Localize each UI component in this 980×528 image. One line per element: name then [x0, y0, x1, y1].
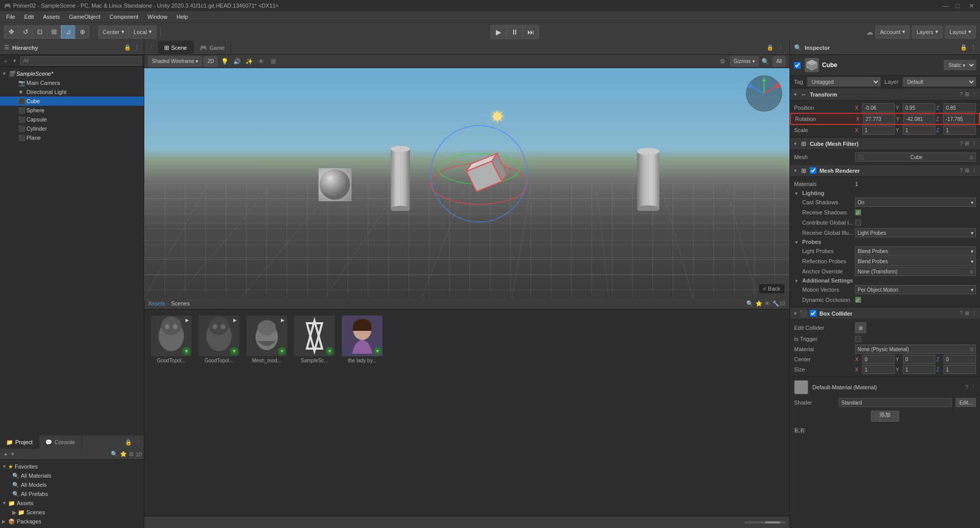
mesh-filter-help[interactable]: ?: [960, 140, 963, 147]
menu-file[interactable]: File: [2, 13, 19, 21]
menu-window[interactable]: Window: [143, 13, 171, 21]
asset-item-2[interactable]: ▶ + Mesh_mod...: [244, 314, 290, 512]
box-collider-help[interactable]: ?: [960, 310, 963, 317]
hierarchy-search[interactable]: [20, 56, 142, 66]
all-layers-dropdown[interactable]: All: [773, 56, 785, 67]
rot-z-field[interactable]: -17.785: [943, 114, 975, 123]
close-button[interactable]: ✕: [969, 2, 976, 9]
mesh-filter-menu[interactable]: ⋮: [971, 140, 977, 147]
mesh-value-field[interactable]: ⬛ Cube ⊙: [855, 152, 976, 162]
tool-transform[interactable]: ⊿: [61, 25, 75, 39]
rot-y-field[interactable]: -42.081: [903, 114, 935, 123]
bottom-left-lock[interactable]: 🔒: [123, 439, 134, 446]
hierarchy-item-sphere[interactable]: ⬛ Sphere: [0, 106, 144, 115]
scene-settings-icon[interactable]: ⚙: [718, 56, 728, 67]
anchor-override-value[interactable]: None (Transform) ⊙: [855, 267, 976, 276]
hierarchy-item-capsule[interactable]: ⬛ Capsule: [0, 115, 144, 124]
assets-folder[interactable]: ▼ 📁 Assets: [0, 499, 144, 508]
mesh-filter-settings[interactable]: ⊞: [965, 140, 969, 147]
motion-vectors-dropdown[interactable]: Per Object Motion ▾: [855, 285, 976, 294]
center-x-field[interactable]: 0: [862, 355, 895, 364]
hierarchy-item-cylinder[interactable]: ⬛ Cylinder: [0, 124, 144, 133]
tool-custom[interactable]: ⊕: [75, 25, 89, 39]
asset-play-icon-2[interactable]: ▶: [279, 317, 286, 324]
pos-x-field[interactable]: -0.06: [862, 103, 895, 112]
pos-y-field[interactable]: 0.95: [903, 103, 935, 112]
is-trigger-checkbox[interactable]: [855, 336, 861, 342]
scene-orientation-gizmo[interactable]: Y X Z: [744, 73, 784, 114]
menu-component[interactable]: Component: [105, 13, 142, 21]
center-button[interactable]: Center ▾: [98, 25, 129, 39]
box-collider-active[interactable]: [810, 310, 816, 317]
view-lock[interactable]: 🔒: [765, 44, 776, 51]
pause-button[interactable]: ⏸: [507, 25, 523, 39]
hierarchy-item-camera[interactable]: 📷 Main Camera: [0, 78, 144, 87]
asset-play-icon-1[interactable]: ▶: [231, 317, 238, 324]
local-button[interactable]: Local ▾: [129, 25, 156, 39]
transform-settings-btn[interactable]: ⊞: [965, 91, 969, 98]
tab-scene[interactable]: ⊞ Scene: [158, 41, 194, 55]
tag-dropdown[interactable]: Untagged: [807, 77, 880, 86]
box-collider-settings[interactable]: ⊞: [965, 310, 969, 317]
tab-game[interactable]: 🎮 Game: [194, 41, 231, 55]
maximize-button[interactable]: □: [956, 2, 963, 9]
asset-add-btn-0[interactable]: +: [182, 347, 191, 355]
zoom-slider-track[interactable]: [745, 521, 785, 523]
all-models-item[interactable]: 🔍 All Models: [0, 480, 144, 489]
box-collider-menu[interactable]: ⋮: [971, 310, 977, 317]
mesh-renderer-settings[interactable]: ⊞: [965, 167, 969, 174]
hide-filter[interactable]: 👁: [765, 300, 770, 306]
size-y-field[interactable]: 1: [903, 365, 935, 374]
hierarchy-dropdown-btn[interactable]: ▾: [11, 56, 18, 65]
menu-gameobject[interactable]: GameObject: [65, 13, 105, 21]
tool-rect[interactable]: ⊞: [47, 25, 61, 39]
size-z-field[interactable]: 1: [943, 365, 976, 374]
center-z-field[interactable]: 0: [943, 355, 976, 364]
mesh-renderer-help[interactable]: ?: [960, 167, 963, 174]
add-component-button[interactable]: 添加: [871, 411, 899, 422]
shader-edit-button[interactable]: Edit...: [956, 398, 976, 407]
hierarchy-item-cube[interactable]: ⬛ Cube: [0, 97, 144, 106]
breadcrumb-scenes[interactable]: Scenes: [171, 300, 190, 306]
mesh-select-icon[interactable]: ⊙: [969, 154, 973, 160]
tab-console[interactable]: 💬 Console: [39, 436, 81, 449]
menu-help[interactable]: Help: [172, 13, 192, 21]
asset-add-btn-1[interactable]: +: [230, 347, 238, 355]
star-filter[interactable]: ⭐: [755, 300, 763, 307]
lighting-icon[interactable]: 💡: [219, 56, 230, 67]
inspector-menu[interactable]: ⋮: [970, 44, 976, 51]
shading-mode-dropdown[interactable]: Shaded Wireframe ▾: [148, 56, 202, 67]
gizmos-dropdown[interactable]: Gizmos ▾: [730, 56, 758, 67]
2d-button[interactable]: 2D: [204, 56, 217, 67]
add-asset-btn[interactable]: +: [2, 451, 9, 457]
asset-item-1[interactable]: ▶ + GoodTopol...: [196, 314, 242, 512]
packages-folder[interactable]: ▶ 📦 Packages: [0, 517, 144, 526]
back-button[interactable]: < Back: [759, 284, 784, 293]
inspector-lock[interactable]: 🔒: [960, 44, 967, 51]
scale-y-field[interactable]: 1: [903, 126, 935, 135]
hide-icon[interactable]: 👁: [256, 56, 266, 67]
bottom-left-menu[interactable]: ⋮: [134, 439, 144, 446]
mesh-renderer-active[interactable]: [810, 167, 816, 174]
transform-help-btn[interactable]: ?: [960, 91, 963, 98]
reflection-probes-dropdown[interactable]: Blend Probes ▾: [855, 257, 976, 266]
scale-x-field[interactable]: 1: [862, 126, 895, 135]
hierarchy-add-btn[interactable]: +: [2, 57, 9, 65]
play-button[interactable]: ▶: [490, 25, 507, 39]
scene-viewport[interactable]: Y X Z < Back: [144, 68, 789, 298]
effects-icon[interactable]: ✨: [244, 56, 254, 67]
hierarchy-menu[interactable]: ⋮: [134, 44, 140, 51]
edit-collider-btn[interactable]: ⊞: [855, 322, 866, 333]
box-collider-header[interactable]: ▼ ⬛ Box Collider ? ⊞ ⋮: [790, 307, 980, 320]
mesh-filter-header[interactable]: ▼ ⊞ Cube (Mesh Filter) ? ⊞ ⋮: [790, 138, 980, 150]
add-asset-dropdown[interactable]: ▾: [11, 451, 14, 457]
receive-gi-dropdown[interactable]: Light Probes ▾: [855, 228, 976, 237]
light-probes-dropdown[interactable]: Blend Probes ▾: [855, 246, 976, 256]
all-materials-item[interactable]: 🔍 All Materials: [0, 471, 144, 480]
mesh-renderer-header[interactable]: ▼ ⊞ Mesh Renderer ? ⊞ ⋮: [790, 165, 980, 177]
view-menu[interactable]: ⋮: [776, 44, 785, 51]
contribute-gi-checkbox[interactable]: [855, 220, 861, 226]
hierarchy-item-plane[interactable]: ⬛ Plane: [0, 133, 144, 142]
asset-add-btn-2[interactable]: +: [278, 347, 286, 355]
rot-x-field[interactable]: 27.773: [863, 114, 895, 123]
